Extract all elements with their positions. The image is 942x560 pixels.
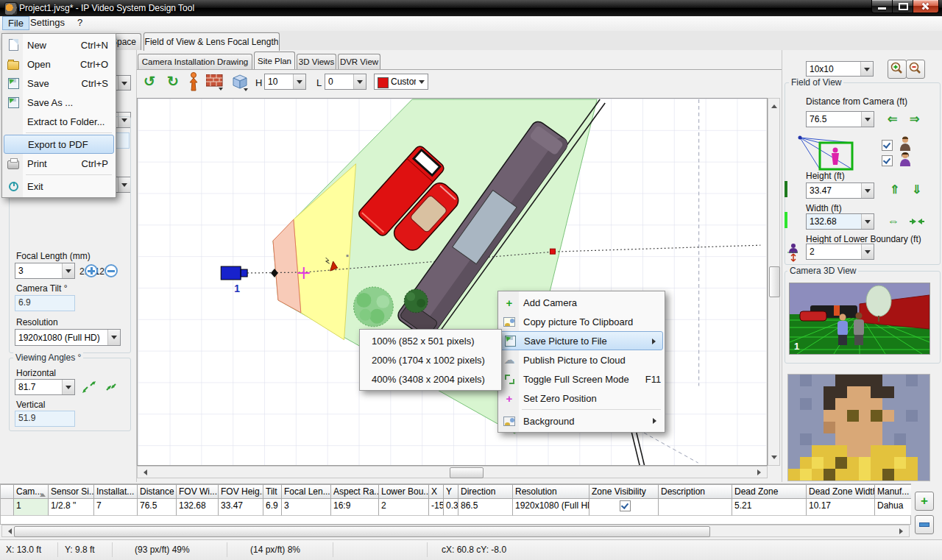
add-person-icon[interactable] [188,72,199,91]
col-resolution[interactable]: Resolution [513,484,589,499]
col-direction[interactable]: Direction [458,484,513,499]
chevron-down-icon[interactable] [860,62,873,76]
zoom-in-lens-button[interactable] [85,264,98,277]
cell-dead-zone[interactable]: 5.21 [732,499,807,516]
context-item-publish-cloud[interactable]: ☁ Publish Picture to Cloud [500,350,663,369]
zoom-out-lens-button[interactable] [105,264,118,277]
width-combo[interactable]: 132.68 [806,213,874,230]
menu-item-exit[interactable]: Exit [4,177,114,196]
maximize-button[interactable] [892,0,914,13]
close-button[interactable] [913,0,939,13]
tab-dvr-view[interactable]: DVR View [338,54,380,69]
menu-item-extract-to-folder[interactable]: Extract to Folder... [4,112,114,131]
camera-3d-view[interactable]: 1 [789,283,930,355]
cell-camera[interactable]: 1 [14,499,49,516]
scroll-right-arrow[interactable] [899,528,906,534]
cell-fov-width[interactable]: 132.68 [177,499,219,516]
cell-zone-visibility[interactable] [589,499,659,516]
col-manufacturer[interactable]: Manuf... [875,484,911,499]
height-increase-icon[interactable] [890,184,899,196]
col-dead-zone[interactable]: Dead Zone [732,484,807,499]
zoom-out-button[interactable] [906,60,925,79]
col-description[interactable]: Description [659,484,732,499]
zone-visibility-checkbox[interactable] [620,500,631,511]
cell-installation[interactable]: 7 [94,499,138,516]
width-collapse-icon[interactable] [910,217,924,226]
context-item-add-camera[interactable]: + Add Camera [500,293,663,312]
cell-aspect-ratio[interactable]: 16:9 [331,499,379,516]
height-combo[interactable]: 33.47 [806,182,874,199]
cell-y[interactable]: 0.3 [444,499,458,516]
chevron-down-icon[interactable] [353,74,366,89]
cell-sensor-size[interactable]: 1/2.8 " [49,499,94,516]
context-item-save-picture[interactable]: Save Picture to File [500,331,663,350]
chevron-down-icon[interactable] [861,112,874,127]
horizontal-angle-combo[interactable]: 81.7 [15,379,75,395]
cell-description[interactable] [659,499,732,516]
show-man-checkbox[interactable] [882,140,893,151]
hscroll-thumb[interactable] [450,467,484,478]
submenu-item-200[interactable]: 200% (1704 x 1002 pixels) [361,350,500,369]
collapse-angle-icon[interactable] [105,381,118,393]
context-item-background[interactable]: Background [500,411,663,430]
cell-fov-height[interactable]: 33.47 [219,499,263,516]
col-lower-boundary[interactable]: Lower Bou... [379,484,429,499]
cell-resolution[interactable]: 1920x1080 (Full HD) [513,499,589,516]
submenu-item-100[interactable]: 100% (852 x 501 pixels) [361,331,500,350]
add-box-icon[interactable] [231,74,249,91]
wall-length-combo[interactable]: 0 [325,74,366,90]
add-wall-icon[interactable] [206,74,224,91]
col-zone-visibility[interactable]: Zone Visibility [589,484,659,499]
chevron-down-icon[interactable] [416,74,428,89]
scroll-right-arrow[interactable] [757,469,764,475]
bush-object[interactable] [404,289,428,313]
color-combo[interactable]: Custon [374,74,428,90]
col-dead-zone-width[interactable]: Dead Zone Width [807,484,875,499]
rotate-cw-icon[interactable]: ↻ [165,73,181,89]
context-item-copy-picture[interactable]: Copy picture To Clipboard [500,312,663,331]
minimize-button[interactable] [871,0,893,13]
cell-lower-boundary[interactable]: 2 [379,499,429,516]
remove-camera-button[interactable] [915,515,934,534]
cell-focal-length[interactable]: 3 [282,499,331,516]
tab-3d-views[interactable]: 3D Views [297,54,336,69]
col-distance[interactable]: Distance [138,484,177,499]
cell-dead-zone-width[interactable]: 10.17 [807,499,875,516]
table-hscrollbar[interactable] [1,525,910,537]
height-decrease-icon[interactable] [912,184,921,196]
col-camera[interactable]: Cam... [14,484,49,499]
menu-settings[interactable]: Settings [25,16,70,29]
menu-help[interactable]: ? [72,16,88,29]
zoom-in-button[interactable] [888,60,907,79]
chevron-down-icon[interactable] [861,214,874,229]
resolution-combo[interactable]: 1920x1080 (Full HD) [15,329,121,346]
expand-angle-icon[interactable] [82,381,96,393]
context-item-toggle-fullscreen[interactable]: Toggle Full Screen ModeF11 [500,369,663,389]
col-fov-height[interactable]: FOV Heig... [219,484,263,499]
col-x[interactable]: X [429,484,444,499]
distance-increase-icon[interactable] [910,113,919,125]
context-item-set-zero[interactable]: + Set Zero Position [500,389,663,408]
cell-direction[interactable]: 86.5 [458,499,513,516]
lower-boundary-combo[interactable]: 2 [806,244,874,260]
chevron-down-icon[interactable] [861,183,874,198]
vscroll-thumb[interactable] [769,266,780,297]
grid-size-combo[interactable]: 10x10 [806,61,874,77]
chevron-down-icon[interactable] [62,380,74,394]
cell-x[interactable]: -15 [429,499,444,516]
distance-decrease-icon[interactable] [888,113,897,125]
site-plan-canvas[interactable]: 1 [137,98,768,466]
chevron-down-icon[interactable] [861,244,874,259]
submenu-item-400[interactable]: 400% (3408 x 2004 pixels) [361,369,500,389]
chevron-down-icon[interactable] [62,263,74,278]
width-expand-icon[interactable] [888,216,899,227]
distance-combo[interactable]: 76.5 [806,111,874,127]
show-woman-checkbox[interactable] [882,155,893,166]
col-installation[interactable]: Installat... [94,484,138,499]
cell-distance[interactable]: 76.5 [138,499,177,516]
col-aspect-ratio[interactable]: Aspect Ra... [331,484,379,499]
table-hscroll-thumb[interactable] [14,526,710,537]
table-row[interactable]: 1 1/2.8 " 7 76.5 132.68 33.47 6.9 3 16:9… [1,499,911,516]
scroll-up-arrow[interactable] [771,102,777,108]
col-fov-width[interactable]: FOV Wi... [177,484,219,499]
